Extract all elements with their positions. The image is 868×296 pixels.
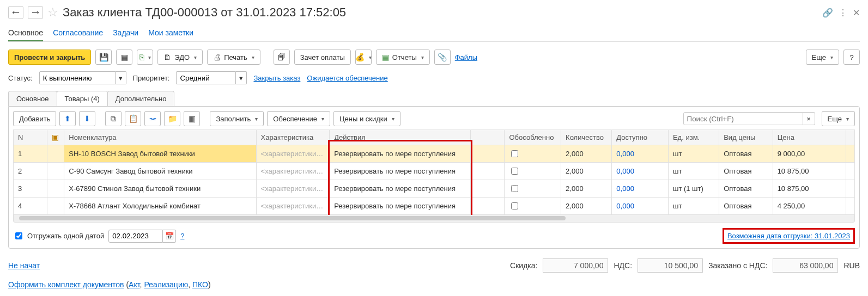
cell-char[interactable]: <характеристики … bbox=[256, 198, 330, 215]
supply-button[interactable]: Обеспечение▾ bbox=[267, 111, 330, 126]
move-down-button[interactable]: ⬇ bbox=[79, 111, 95, 126]
ship-single-input[interactable] bbox=[15, 232, 22, 239]
search-input[interactable] bbox=[683, 112, 803, 125]
realization-link[interactable]: Реализацию bbox=[144, 280, 188, 289]
cell-avail[interactable]: 0,000 bbox=[612, 180, 669, 198]
copy-row-button[interactable]: ⧉ bbox=[105, 111, 122, 126]
col-unit[interactable]: Ед. изм. bbox=[668, 130, 719, 145]
cell-price-type[interactable]: Оптовая bbox=[719, 198, 773, 215]
cell-price-type[interactable]: Оптовая bbox=[719, 163, 773, 180]
horizontal-scrollbar[interactable] bbox=[13, 215, 855, 223]
obos-checkbox[interactable] bbox=[511, 185, 518, 192]
paste-row-button[interactable]: 📋 bbox=[125, 111, 141, 126]
cell-avail[interactable]: 0,000 bbox=[612, 163, 669, 180]
navtab-notes[interactable]: Мои заметки bbox=[148, 25, 193, 41]
doctab-main[interactable]: Основное bbox=[8, 91, 57, 106]
post-and-close-button[interactable]: Провести и закрыть bbox=[8, 50, 91, 65]
cell-action[interactable]: Резервировать по мере поступления bbox=[330, 145, 471, 163]
favorite-star-icon[interactable]: ☆ bbox=[47, 5, 58, 20]
navtab-main[interactable]: Основное bbox=[8, 25, 43, 41]
col-nom[interactable]: Номенклатура bbox=[64, 130, 256, 145]
table-row[interactable]: 2С-90 Самсунг Завод бытовой техники<хара… bbox=[14, 163, 855, 180]
status-dropdown-icon[interactable]: ▾ bbox=[116, 71, 126, 84]
status-select[interactable] bbox=[39, 71, 116, 84]
doctab-extra[interactable]: Дополнительно bbox=[107, 91, 175, 106]
reports-button[interactable]: ▤Отчеты▾ bbox=[376, 50, 430, 65]
col-n[interactable]: N bbox=[14, 130, 47, 145]
cell-unit[interactable]: шт bbox=[668, 163, 719, 180]
cell-avail[interactable]: 0,000 bbox=[612, 145, 669, 163]
more-button[interactable]: Еще▾ bbox=[806, 50, 839, 65]
cell-qty[interactable]: 2,000 bbox=[561, 145, 612, 163]
table-row[interactable]: 4Х-78668 Атлант Холодильный комбинат<хар… bbox=[14, 198, 855, 215]
obos-checkbox[interactable] bbox=[511, 202, 518, 209]
col-act[interactable]: Действия bbox=[330, 130, 471, 145]
cell-char[interactable]: <характеристики … bbox=[256, 180, 330, 198]
cell-avail[interactable]: 0,000 bbox=[612, 198, 669, 215]
cell-price[interactable]: 9 000,00 bbox=[773, 145, 846, 163]
cell-char[interactable]: <характеристики … bbox=[256, 163, 330, 180]
add-row-button[interactable]: Добавить bbox=[13, 111, 56, 126]
navtab-approval[interactable]: Согласование bbox=[53, 25, 103, 41]
cell-unit[interactable]: шт bbox=[668, 145, 719, 163]
prices-button[interactable]: Цены и скидки▾ bbox=[333, 111, 400, 126]
doctab-goods[interactable]: Товары (4) bbox=[57, 91, 108, 106]
cell-nom[interactable]: Х-67890 Стинол Завод бытовой техники bbox=[64, 180, 256, 198]
document-button[interactable]: 🗐 bbox=[274, 50, 290, 65]
col-qty[interactable]: Количество bbox=[561, 130, 612, 145]
fill-button[interactable]: Заполнить▾ bbox=[210, 111, 264, 126]
cell-nom[interactable]: SH-10 BOSCH Завод бытовой техники bbox=[64, 145, 256, 163]
kebab-menu-icon[interactable]: ⋮ bbox=[839, 8, 847, 18]
save-button[interactable]: 💾 bbox=[95, 50, 112, 65]
col-price[interactable]: Цена bbox=[773, 130, 846, 145]
folder-button[interactable]: 📁 bbox=[164, 111, 180, 126]
money-button[interactable]: 💰▾ bbox=[355, 50, 372, 65]
ship-date-input[interactable] bbox=[108, 230, 163, 243]
files-link[interactable]: Файлы bbox=[455, 53, 477, 61]
edo-button[interactable]: 🗎ЭДО▾ bbox=[157, 50, 203, 65]
calendar-icon[interactable]: 📅 bbox=[163, 230, 176, 243]
table-row[interactable]: 3Х-67890 Стинол Завод бытовой техники<ха… bbox=[14, 180, 855, 198]
obos-checkbox[interactable] bbox=[511, 150, 518, 157]
cell-action[interactable]: Резервировать по мере поступления bbox=[330, 198, 471, 215]
expected-supply-link[interactable]: Ожидается обеспечение bbox=[307, 74, 387, 82]
ship-single-checkbox[interactable]: Отгружать одной датой bbox=[13, 231, 104, 241]
post-button[interactable]: ▦ bbox=[116, 50, 132, 65]
close-icon[interactable]: ✕ bbox=[853, 8, 860, 18]
priority-select[interactable] bbox=[176, 71, 236, 84]
nav-forward-button[interactable]: 🡒 bbox=[28, 6, 43, 19]
col-flag[interactable]: ▣ bbox=[47, 130, 64, 145]
close-order-link[interactable]: Закрыть заказ bbox=[253, 74, 300, 82]
act-link[interactable]: Акт bbox=[129, 280, 139, 289]
cell-qty[interactable]: 2,000 bbox=[561, 163, 612, 180]
cell-price[interactable]: 4 250,00 bbox=[773, 198, 846, 215]
col-obos[interactable]: Обособленно bbox=[505, 130, 561, 145]
cell-char[interactable]: <характеристики … bbox=[256, 145, 330, 163]
print-button[interactable]: 🖨Печать▾ bbox=[207, 50, 260, 65]
link-icon[interactable]: 🔗 bbox=[822, 8, 833, 18]
cell-price-type[interactable]: Оптовая bbox=[719, 180, 773, 198]
navtab-tasks[interactable]: Задачи bbox=[113, 25, 138, 41]
cell-price-type[interactable]: Оптовая bbox=[719, 145, 773, 163]
cell-obos[interactable] bbox=[505, 163, 561, 180]
move-up-button[interactable]: ⬆ bbox=[59, 111, 76, 126]
cell-action[interactable]: Резервировать по мере поступления bbox=[330, 163, 471, 180]
panel-more-button[interactable]: Еще▾ bbox=[822, 111, 855, 126]
search-clear-icon[interactable]: × bbox=[803, 112, 815, 125]
cell-unit[interactable]: шт bbox=[668, 198, 719, 215]
share-button[interactable]: ⫘ bbox=[144, 111, 161, 126]
col-avail[interactable]: Доступно bbox=[612, 130, 669, 145]
col-char[interactable]: Характеристика bbox=[256, 130, 330, 145]
cell-obos[interactable] bbox=[505, 180, 561, 198]
create-based-button[interactable]: ⎘▾ bbox=[137, 50, 153, 65]
pko-link[interactable]: ПКО bbox=[192, 280, 208, 289]
date-help-link[interactable]: ? bbox=[180, 232, 184, 240]
cell-obos[interactable] bbox=[505, 198, 561, 215]
obos-checkbox[interactable] bbox=[511, 168, 518, 175]
cell-obos[interactable] bbox=[505, 145, 561, 163]
nav-back-button[interactable]: 🡐 bbox=[8, 6, 23, 19]
help-button[interactable]: ? bbox=[843, 50, 860, 65]
create-docs-link[interactable]: Оформить комплект документов bbox=[8, 280, 124, 289]
barcode-button[interactable]: ▥ bbox=[184, 111, 200, 126]
cell-price[interactable]: 10 875,00 bbox=[773, 180, 846, 198]
